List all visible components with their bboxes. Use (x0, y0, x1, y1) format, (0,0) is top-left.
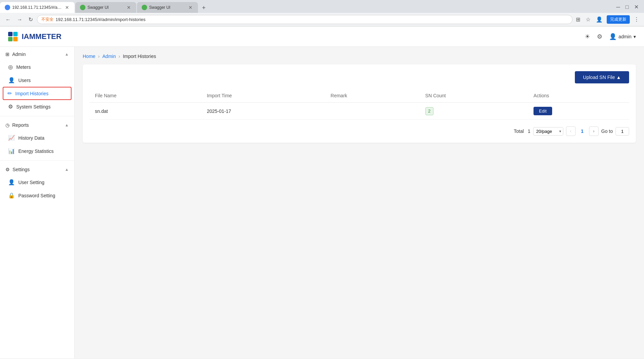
table-body: sn.dat 2025-01-17 2 Edit (89, 103, 629, 120)
total-count: 1 (528, 128, 530, 134)
tab-close-2[interactable]: ✕ (126, 5, 132, 10)
upload-sn-file-button[interactable]: Upload SN File ▲ (575, 71, 629, 83)
page-size-select[interactable]: 10/page 20/page 50/page 100/page (533, 127, 563, 136)
tab-title-2: Swagger UI (87, 5, 124, 10)
security-warning: 不安全 (41, 17, 54, 22)
system-settings-icon: ⚙ (8, 103, 13, 110)
admin-chevron-icon: ▲ (65, 52, 69, 57)
cell-actions: Edit (528, 103, 629, 120)
new-tab-button[interactable]: + (199, 3, 209, 13)
app-header: IAMMETER ☀ ⚙ 👤 admin ▾ (0, 26, 644, 47)
cell-remark (325, 103, 420, 120)
maximize-button[interactable]: □ (623, 2, 631, 12)
back-button[interactable]: ← (3, 15, 13, 24)
total-label: Total 1 (514, 128, 530, 134)
logo-block-1 (8, 32, 13, 36)
sidebar: ⊞ Admin ▲ ◎ Meters 👤 Users ✏ Import Hist… (0, 47, 75, 358)
cell-sn-count: 2 (420, 103, 528, 120)
breadcrumb-sep-2: › (119, 54, 120, 59)
sn-count-badge: 2 (425, 107, 434, 115)
browser-tabs: 192.168.11.71:12345/#/admi... ✕ Swagger … (0, 0, 644, 13)
profile-icon[interactable]: 👤 (595, 15, 604, 24)
browser-tab-2[interactable]: Swagger UI ✕ (75, 2, 136, 13)
settings-gear-icon[interactable]: ⚙ (597, 33, 602, 40)
import-histories-icon: ✏ (7, 90, 12, 97)
admin-icon: ⊞ (5, 52, 9, 57)
logo-block-2 (13, 32, 18, 36)
translate-icon[interactable]: ⊞ (575, 15, 582, 24)
pagination: Total 1 10/page 20/page 50/page 100/page… (89, 126, 629, 136)
sun-icon[interactable]: ☀ (585, 33, 590, 40)
import-histories-label: Import Histories (15, 91, 48, 96)
logo: IAMMETER (8, 32, 61, 41)
user-chevron-icon: ▾ (633, 34, 636, 39)
sidebar-item-user-setting[interactable]: 👤 User Setting (0, 176, 74, 189)
settings-label: Settings (13, 167, 30, 172)
browser-chrome: 192.168.11.71:12345/#/admi... ✕ Swagger … (0, 0, 644, 26)
refresh-button[interactable]: ↻ (26, 15, 35, 24)
breadcrumb-home[interactable]: Home (83, 54, 95, 59)
reports-section: ◷ Reports ▲ 📈 History Data 📊 Energy Stat… (0, 118, 74, 159)
col-import-time: Import Time (201, 89, 325, 103)
table-header-row: File Name Import Time Remark SN Count Ac… (89, 89, 629, 103)
sidebar-item-history-data[interactable]: 📈 History Data (0, 131, 74, 144)
cell-import-time: 2025-01-17 (201, 103, 325, 120)
header-right: ☀ ⚙ 👤 admin ▾ (585, 33, 636, 40)
sidebar-item-meters[interactable]: ◎ Meters (0, 60, 74, 74)
edit-button[interactable]: Edit (534, 107, 552, 115)
logo-blocks (8, 32, 18, 41)
tab-close-3[interactable]: ✕ (188, 5, 193, 10)
breadcrumb-admin[interactable]: Admin (102, 54, 116, 59)
divider-1 (0, 116, 74, 116)
content-card: Upload SN File ▲ File Name Import Time R… (83, 64, 636, 143)
browser-tab-active[interactable]: 192.168.11.71:12345/#/admi... ✕ (0, 2, 75, 13)
sidebar-item-system-settings[interactable]: ⚙ System Settings (0, 100, 74, 113)
sidebar-item-energy-statistics[interactable]: 📊 Energy Statistics (0, 144, 74, 158)
next-page-button[interactable]: › (589, 126, 599, 136)
app-body: ⊞ Admin ▲ ◎ Meters 👤 Users ✏ Import Hist… (0, 47, 644, 358)
admin-group-header[interactable]: ⊞ Admin ▲ (0, 48, 74, 60)
forward-button[interactable]: → (15, 15, 24, 24)
users-label: Users (18, 78, 31, 83)
goto-input[interactable] (616, 127, 629, 136)
browser-tab-3[interactable]: Swagger UI ✕ (137, 2, 198, 13)
admin-label: Admin (12, 52, 26, 57)
reports-icon: ◷ (5, 122, 9, 128)
menu-icon[interactable]: ⋮ (632, 15, 641, 24)
page-size-wrapper[interactable]: 10/page 20/page 50/page 100/page (533, 127, 563, 136)
logo-block-4 (13, 37, 18, 41)
browser-toolbar: ← → ↻ 不安全 192.168.11.71:12345/#/admin/im… (0, 13, 644, 26)
import-histories-table: File Name Import Time Remark SN Count Ac… (89, 89, 629, 120)
history-data-label: History Data (18, 135, 44, 141)
tab-title-3: Swagger UI (149, 5, 186, 10)
reports-chevron-icon: ▲ (65, 123, 69, 127)
password-setting-label: Password Setting (18, 193, 55, 198)
close-window-button[interactable]: ✕ (632, 2, 641, 12)
address-bar[interactable]: 不安全 192.168.11.71:12345/#/admin/import-h… (37, 15, 572, 24)
tab-title-active: 192.168.11.71:12345/#/admi... (12, 5, 62, 10)
user-setting-label: User Setting (18, 180, 44, 185)
reports-group-header[interactable]: ◷ Reports ▲ (0, 119, 74, 131)
admin-section: ⊞ Admin ▲ ◎ Meters 👤 Users ✏ Import Hist… (0, 47, 74, 115)
sidebar-item-import-histories[interactable]: ✏ Import Histories (3, 87, 72, 100)
breadcrumb-current: Import Histories (123, 54, 156, 59)
energy-statistics-icon: 📊 (8, 148, 15, 154)
bookmark-icon[interactable]: ☆ (584, 15, 592, 24)
col-remark: Remark (325, 89, 420, 103)
settings-chevron-icon: ▲ (65, 167, 69, 172)
table-row: sn.dat 2025-01-17 2 Edit (89, 103, 629, 120)
settings-group-header[interactable]: ⚙ Settings ▲ (0, 163, 74, 176)
user-avatar-icon: 👤 (609, 33, 617, 40)
user-info[interactable]: 👤 admin ▾ (609, 33, 636, 40)
minimize-button[interactable]: ─ (614, 2, 622, 12)
settings-icon: ⚙ (5, 167, 10, 172)
settings-section: ⚙ Settings ▲ 👤 User Setting 🔒 Password S… (0, 162, 74, 203)
prev-page-button[interactable]: ‹ (566, 126, 576, 136)
sidebar-item-users[interactable]: 👤 Users (0, 74, 74, 87)
update-button[interactable]: 完成更新 (607, 15, 630, 24)
tab-close-active[interactable]: ✕ (64, 5, 70, 10)
table-header: File Name Import Time Remark SN Count Ac… (89, 89, 629, 103)
username-label: admin (619, 34, 631, 39)
sidebar-item-password-setting[interactable]: 🔒 Password Setting (0, 189, 74, 202)
users-icon: 👤 (8, 77, 15, 83)
